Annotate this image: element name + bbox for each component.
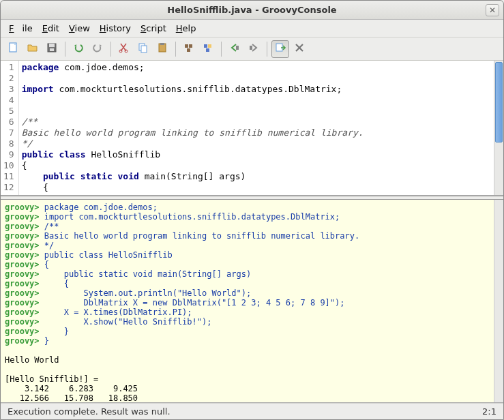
find-button[interactable] xyxy=(180,40,198,58)
paste-button[interactable] xyxy=(153,40,171,58)
undo-icon xyxy=(72,42,85,56)
svg-rect-13 xyxy=(204,44,207,48)
cut-icon xyxy=(118,42,130,56)
window-close-button[interactable]: ✕ xyxy=(486,4,499,16)
save-file-button[interactable] xyxy=(43,40,61,58)
svg-rect-7 xyxy=(141,46,147,52)
cursor-position: 2:1 xyxy=(482,406,496,417)
status-message: Execution complete. Result was null. xyxy=(8,406,171,417)
svg-rect-11 xyxy=(189,44,192,48)
copy-icon xyxy=(137,42,149,56)
close-x-icon xyxy=(293,42,306,56)
history-next-icon xyxy=(248,42,260,56)
menu-help[interactable]: Help xyxy=(172,21,201,35)
svg-rect-2 xyxy=(49,44,55,47)
redo-icon xyxy=(91,42,104,56)
open-file-button[interactable] xyxy=(24,40,42,58)
toolbar-separator xyxy=(110,42,111,57)
titlebar: HelloSnifflib.java - GroovyConsole ✕ xyxy=(1,1,503,20)
menu-history[interactable]: History xyxy=(95,21,135,35)
statusbar: Execution complete. Result was null. 2:1 xyxy=(1,403,503,419)
svg-rect-9 xyxy=(160,43,164,45)
output-scrollbar[interactable] xyxy=(494,200,503,402)
svg-rect-16 xyxy=(236,46,239,50)
run-script-button[interactable] xyxy=(271,40,289,58)
output-pane[interactable]: groovy> package com.jdoe.demos; groovy> … xyxy=(1,200,503,403)
toolbar-separator xyxy=(221,42,222,57)
menu-view[interactable]: View xyxy=(65,21,94,35)
svg-rect-10 xyxy=(185,44,188,48)
cut-button[interactable] xyxy=(115,40,133,58)
history-prev-button[interactable] xyxy=(226,40,243,58)
redo-button[interactable] xyxy=(89,40,106,58)
toolbar-separator xyxy=(267,42,267,57)
history-prev-icon xyxy=(228,42,241,56)
copy-button[interactable] xyxy=(134,40,152,58)
paste-icon xyxy=(156,42,168,56)
toolbar-separator xyxy=(65,42,65,57)
toolbar-separator xyxy=(175,42,176,57)
menu-script[interactable]: Script xyxy=(136,21,171,35)
line-number-gutter: 123456789101112 xyxy=(1,61,19,195)
code-editor[interactable]: package com.jdoe.demos; import com.mockt… xyxy=(19,61,494,195)
svg-rect-3 xyxy=(50,48,54,51)
find-icon xyxy=(183,42,195,56)
open-folder-icon xyxy=(27,42,39,56)
history-next-button[interactable] xyxy=(245,40,263,58)
new-file-icon xyxy=(8,42,20,56)
window-title: HelloSnifflib.java - GroovyConsole xyxy=(167,5,336,15)
undo-button[interactable] xyxy=(70,40,87,58)
editor-pane[interactable]: 123456789101112 package com.jdoe.demos; … xyxy=(1,61,503,196)
toolbar xyxy=(1,38,503,61)
save-icon xyxy=(46,42,58,56)
replace-icon xyxy=(202,42,214,56)
close-icon: ✕ xyxy=(489,5,496,15)
svg-rect-17 xyxy=(250,46,252,50)
menu-edit[interactable]: Edit xyxy=(38,21,63,35)
editor-scrollbar[interactable] xyxy=(494,61,503,195)
scrollbar-thumb[interactable] xyxy=(495,62,503,142)
svg-rect-15 xyxy=(206,48,209,52)
output-content: groovy> package com.jdoe.demos; groovy> … xyxy=(5,202,499,403)
interrupt-button[interactable] xyxy=(291,40,308,58)
menubar: File Edit View History Script Help xyxy=(1,20,503,38)
replace-button[interactable] xyxy=(199,40,217,58)
svg-rect-14 xyxy=(208,44,211,48)
menu-file[interactable]: File xyxy=(5,21,37,35)
new-file-button[interactable] xyxy=(5,40,23,58)
run-icon xyxy=(274,42,286,56)
svg-rect-12 xyxy=(187,48,190,52)
